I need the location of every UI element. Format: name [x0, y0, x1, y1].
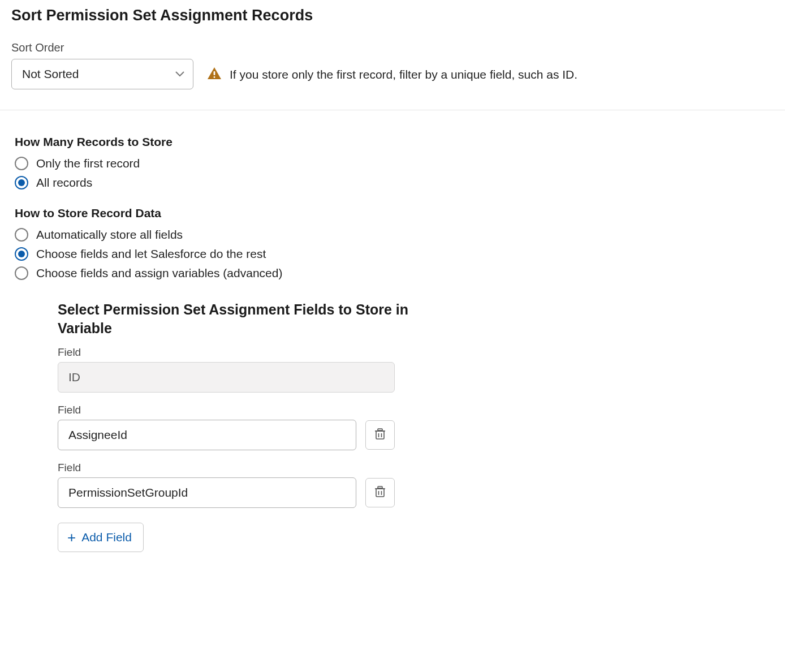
field-label: Field: [58, 404, 420, 416]
store-data-label: Automatically store all fields: [36, 228, 183, 242]
divider: [0, 110, 785, 110]
store-data-heading: How to Store Record Data: [15, 206, 785, 220]
records-to-store-option-1[interactable]: All records: [15, 176, 785, 189]
records-to-store-label: Only the first record: [36, 157, 140, 170]
field-label: Field: [58, 462, 420, 474]
delete-field-button[interactable]: [365, 420, 395, 450]
store-data-label: Choose fields and let Salesforce do the …: [36, 247, 266, 261]
plus-icon: +: [67, 530, 76, 545]
sort-order-select[interactable]: Not Sorted: [11, 59, 193, 89]
radio-icon: [15, 266, 28, 280]
field-input-readonly: ID: [58, 362, 395, 393]
section-title: Sort Permission Set Assignment Records: [11, 7, 785, 24]
add-field-label: Add Field: [81, 531, 132, 544]
warning-icon: [207, 67, 222, 83]
delete-field-button[interactable]: [365, 478, 395, 507]
svg-rect-0: [214, 71, 215, 75]
radio-icon: [15, 176, 28, 189]
sort-order-label: Sort Order: [11, 41, 193, 54]
add-field-button[interactable]: + Add Field: [58, 523, 144, 552]
svg-rect-2: [376, 431, 384, 439]
field-input[interactable]: PermissionSetGroupId: [58, 477, 356, 508]
trash-icon: [374, 485, 386, 500]
sort-order-value: Not Sorted: [22, 67, 79, 81]
warning-text: If you store only the first record, filt…: [230, 68, 577, 81]
store-data-option-0[interactable]: Automatically store all fields: [15, 228, 785, 242]
store-data-option-2[interactable]: Choose fields and assign variables (adva…: [15, 266, 785, 280]
radio-icon: [15, 247, 28, 261]
field-label: Field: [58, 346, 420, 359]
svg-rect-1: [214, 76, 215, 78]
svg-rect-10: [378, 486, 382, 488]
svg-rect-5: [378, 429, 382, 430]
field-input[interactable]: AssigneeId: [58, 420, 356, 450]
records-to-store-label: All records: [36, 176, 92, 189]
records-to-store-heading: How Many Records to Store: [15, 135, 785, 149]
store-data-label: Choose fields and assign variables (adva…: [36, 266, 282, 280]
radio-icon: [15, 157, 28, 170]
store-data-option-1[interactable]: Choose fields and let Salesforce do the …: [15, 247, 785, 261]
records-to-store-option-0[interactable]: Only the first record: [15, 157, 785, 170]
trash-icon: [374, 428, 386, 442]
select-fields-title: Select Permission Set Assignment Fields …: [58, 300, 420, 337]
radio-icon: [15, 228, 28, 242]
svg-rect-7: [376, 489, 384, 497]
